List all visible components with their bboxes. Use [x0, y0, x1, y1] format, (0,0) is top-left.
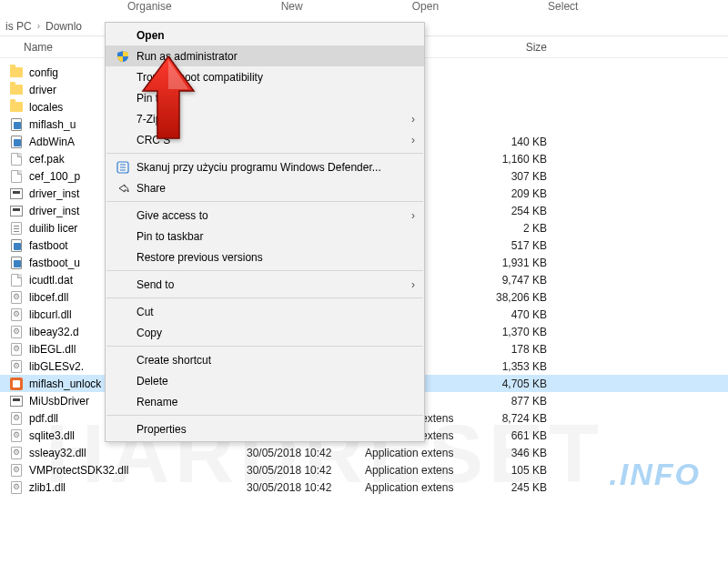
file-date: 30/05/2018 10:42: [247, 447, 365, 459]
ctx-shortcut-label: Create shortcut: [136, 354, 391, 367]
context-menu: Open Run as administrator Troubleshoot c…: [105, 22, 425, 442]
ctx-restore-label: Restore previous versions: [136, 251, 391, 264]
chevron-right-icon: ›: [411, 113, 415, 126]
file-size: 8,724 KB: [474, 412, 556, 425]
dll-icon: [9, 464, 24, 477]
chevron-right-icon: ›: [411, 134, 415, 146]
ctx-crc-label: CRC S: [136, 134, 391, 146]
blank-icon: [115, 326, 131, 340]
file-name: zlib1.dll: [29, 481, 247, 494]
file-size: 1,370 KB: [474, 326, 556, 338]
separator: [106, 153, 423, 154]
file-size: 2 KB: [474, 222, 556, 235]
blank-icon: [115, 374, 131, 388]
file-size: 4,705 KB: [474, 378, 556, 390]
ctx-open[interactable]: Open: [106, 25, 424, 45]
file-row[interactable]: ssleay32.dll30/05/2018 10:42Application …: [0, 444, 728, 461]
ctx-defender-label: Skanuj przy użyciu programu Windows Defe…: [136, 161, 391, 174]
ctx-cut-label: Cut: [136, 306, 391, 318]
blank-icon: [115, 305, 131, 319]
ribbon-open[interactable]: Open: [412, 0, 439, 13]
ctx-copy-label: Copy: [136, 327, 391, 339]
file-size: 254 KB: [474, 205, 556, 217]
file-size: 877 KB: [474, 395, 556, 408]
file-size: 178 KB: [474, 343, 556, 356]
ctx-pin-taskbar[interactable]: Pin to taskbar: [106, 226, 424, 247]
chevron-right-icon: ›: [37, 21, 40, 31]
separator: [106, 297, 423, 298]
file-size: 105 KB: [474, 464, 556, 477]
ctx-restore[interactable]: Restore previous versions: [106, 247, 424, 267]
file-size: 245 KB: [474, 481, 556, 494]
ctx-cut[interactable]: Cut: [106, 301, 424, 322]
file-size: 346 KB: [474, 447, 556, 459]
ribbon-organise[interactable]: Organise: [127, 0, 172, 13]
blank-icon: [115, 353, 131, 368]
file-size: 661 KB: [474, 429, 556, 442]
file-icon: [9, 274, 24, 287]
ctx-rename[interactable]: Rename: [106, 391, 424, 412]
dll-icon: [9, 308, 24, 321]
ribbon-select[interactable]: Select: [548, 0, 578, 13]
file-icon: [9, 153, 24, 166]
chevron-right-icon: ›: [411, 209, 415, 222]
ctx-compat-label: Troubleshoot compatibility: [136, 71, 391, 84]
file-size: 1,353 KB: [474, 360, 556, 373]
folder-icon: [9, 66, 24, 79]
txt-icon: [9, 222, 24, 235]
ribbon-new[interactable]: New: [281, 0, 303, 13]
box-icon: [9, 187, 24, 200]
folder-icon: [9, 101, 24, 114]
ctx-troubleshoot-compat[interactable]: Troubleshoot compatibility: [106, 66, 424, 87]
file-size: 9,747 KB: [474, 274, 556, 287]
separator: [106, 201, 423, 202]
ctx-7zip[interactable]: 7-Zip ›: [106, 108, 424, 129]
exe-icon: [9, 136, 24, 148]
file-row[interactable]: zlib1.dll30/05/2018 10:42Application ext…: [0, 478, 728, 496]
blank-icon: [115, 250, 131, 265]
file-size: 307 KB: [474, 170, 556, 183]
ctx-properties-label: Properties: [136, 423, 391, 436]
file-row[interactable]: VMProtectSDK32.dll30/05/2018 10:42Applic…: [0, 461, 728, 478]
blank-icon: [115, 395, 131, 409]
ctx-give-access[interactable]: Give access to ›: [106, 205, 424, 226]
dll-icon: [9, 447, 24, 459]
dll-icon: [9, 326, 24, 338]
file-size: 38,206 KB: [474, 291, 556, 304]
ctx-send-to[interactable]: Send to ›: [106, 274, 424, 295]
chevron-right-icon: ›: [411, 278, 415, 291]
ctx-delete[interactable]: Delete: [106, 370, 424, 391]
ctx-open-label: Open: [136, 29, 391, 42]
dll-icon: [9, 291, 24, 304]
ctx-share-label: Share: [136, 182, 391, 195]
folder-icon: [9, 84, 24, 96]
dll-icon: [9, 412, 24, 425]
breadcrumb-pc[interactable]: is PC: [5, 20, 32, 33]
file-size: 1,160 KB: [474, 153, 556, 166]
ctx-copy[interactable]: Copy: [106, 322, 424, 343]
file-size: 1,931 KB: [474, 257, 556, 269]
dll-icon: [9, 481, 24, 494]
ctx-create-shortcut[interactable]: Create shortcut: [106, 349, 424, 370]
blank-icon: [115, 229, 131, 244]
blank-icon: [115, 91, 131, 106]
separator: [106, 415, 423, 416]
ctx-properties[interactable]: Properties: [106, 418, 424, 439]
file-size: 209 KB: [474, 187, 556, 200]
blank-icon: [115, 70, 131, 85]
ctx-pin-taskbar-label: Pin to taskbar: [136, 230, 391, 243]
ctx-share[interactable]: Share: [106, 177, 424, 198]
breadcrumb-downloads[interactable]: Downlo: [46, 20, 82, 33]
ctx-defender[interactable]: Skanuj przy użyciu programu Windows Defe…: [106, 156, 424, 177]
blank-icon: [115, 208, 131, 223]
header-size[interactable]: Size: [474, 41, 556, 54]
ctx-send-to-label: Send to: [136, 278, 391, 291]
share-icon: [115, 181, 131, 196]
ctx-pin-start[interactable]: Pin t: [106, 87, 424, 108]
exe-icon: [9, 118, 24, 131]
blank-icon: [115, 277, 131, 292]
shield-icon: [115, 49, 131, 64]
dll-icon: [9, 343, 24, 356]
ctx-crc[interactable]: CRC S ›: [106, 129, 424, 150]
ctx-run-as-admin[interactable]: Run as administrator: [106, 45, 424, 66]
